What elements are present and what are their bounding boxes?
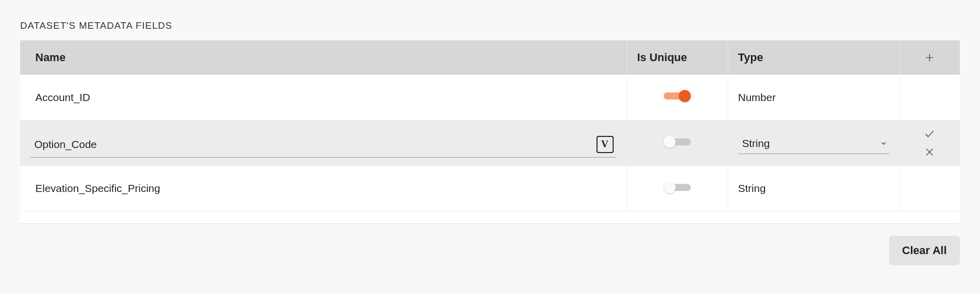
- field-type: Number: [728, 75, 899, 120]
- section-title: DATASET'S METADATA FIELDS: [20, 20, 960, 31]
- toggle-knob: [679, 90, 691, 102]
- table-row: Account_ID Number: [20, 75, 960, 120]
- column-header-actions: [899, 40, 960, 75]
- table-row: Elevation_Specific_Pricing String: [20, 166, 960, 211]
- field-name: Account_ID: [20, 75, 627, 120]
- toggle-knob: [664, 136, 676, 148]
- is-unique-toggle[interactable]: [664, 181, 691, 193]
- close-icon: [924, 147, 935, 157]
- is-unique-toggle[interactable]: [664, 90, 691, 102]
- cancel-row-button[interactable]: [922, 145, 937, 159]
- field-name-input[interactable]: [30, 138, 590, 151]
- vim-mode-icon: V: [596, 136, 614, 153]
- field-type-select[interactable]: String: [738, 132, 889, 154]
- row-actions: [899, 166, 960, 211]
- toggle-knob: [664, 181, 676, 193]
- field-type: String: [728, 166, 899, 211]
- table-row: V String: [20, 120, 960, 166]
- is-unique-toggle[interactable]: [664, 136, 691, 148]
- add-field-button[interactable]: [922, 51, 937, 65]
- row-actions: [900, 122, 960, 164]
- column-header-type: Type: [728, 40, 899, 75]
- check-icon: [924, 128, 935, 139]
- row-actions: [899, 75, 960, 120]
- plus-icon: [924, 53, 935, 63]
- metadata-fields-table: Name Is Unique Type Account_ID: [20, 40, 960, 224]
- field-name: Elevation_Specific_Pricing: [20, 166, 627, 211]
- column-header-name: Name: [20, 40, 627, 75]
- field-type-select-value: String: [742, 137, 770, 150]
- column-header-is-unique: Is Unique: [627, 40, 728, 75]
- chevron-down-icon: [880, 140, 887, 147]
- table-spacer: [20, 211, 960, 223]
- field-name-edit-wrap: V: [30, 129, 617, 158]
- clear-all-button[interactable]: Clear All: [889, 236, 960, 265]
- confirm-row-button[interactable]: [922, 127, 937, 141]
